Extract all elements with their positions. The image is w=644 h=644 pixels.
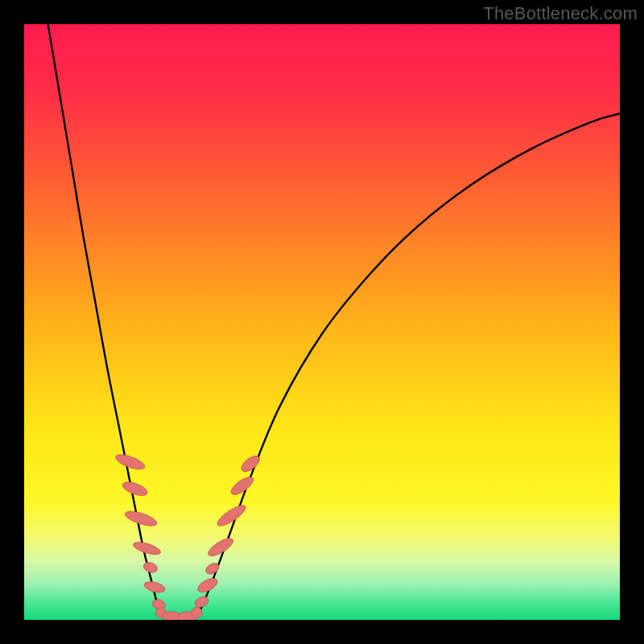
curve-layer [24,24,620,620]
curve-bead [123,508,159,528]
curve-bead [229,474,256,498]
curve-bead [192,607,202,617]
plot-area [24,24,620,620]
chart-frame: TheBottleneck.com [0,0,644,644]
curve-bead [142,561,159,575]
watermark-text: TheBottleneck.com [483,3,638,24]
curve-bead [132,539,162,557]
curve-bead [206,535,236,559]
bottleneck-curve [48,24,620,619]
curve-bead [193,595,210,609]
curve-bead [114,452,147,473]
curve-bead [215,502,249,529]
curve-bead [121,479,149,498]
